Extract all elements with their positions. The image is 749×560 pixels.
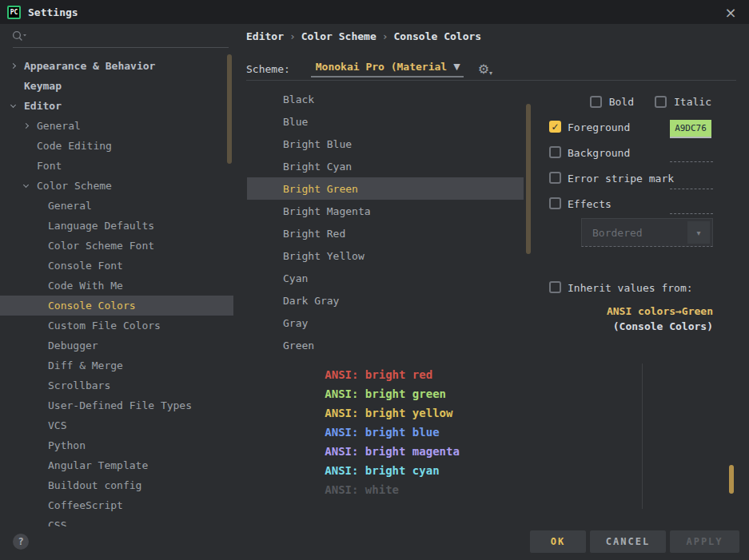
color-list-item[interactable]: Dark Gray [247,289,524,312]
tree-item[interactable]: Color Scheme Font [0,236,233,256]
close-icon[interactable]: × [720,2,741,22]
foreground-color-swatch[interactable]: A9DC76 [670,120,711,137]
content-scrollbar-thumb[interactable] [729,465,734,494]
settings-search-input[interactable] [32,26,216,44]
tree-item-label: General [48,200,92,212]
color-list-item-label: Bright Green [283,183,358,195]
tree-item[interactable]: Code Editing [0,136,233,156]
tree-item[interactable]: General [0,116,233,136]
tree-item[interactable]: Console Colors [0,296,233,316]
chevron-icon[interactable] [22,124,37,128]
background-label: Background [568,147,630,159]
font-style-row: Bold Italic [590,96,711,108]
tree-item[interactable]: CoffeeScript [0,495,233,515]
tree-item[interactable]: Editor [0,96,233,116]
effects-type-select[interactable]: Bordered ▾ [581,218,713,247]
chevron-down-icon: ▼ [453,62,460,72]
color-list-item[interactable]: Bright Green [247,177,524,200]
inherit-source-group: (Console Colors) [607,319,713,334]
cancel-button[interactable]: CANCEL [590,530,666,553]
tree-item[interactable]: VCS [0,415,233,435]
color-list-scrollbar-thumb[interactable] [526,104,531,254]
gear-icon[interactable]: ⚙▾ [478,62,492,77]
scheme-select[interactable]: Monokai Pro (Material ▼ [311,61,464,77]
tree-item-label: Scrollbars [48,379,110,391]
tree-item[interactable]: Debugger [0,336,233,355]
scheme-label: Scheme: [246,63,290,75]
color-list-item-label: Bright Blue [283,138,352,150]
color-list-item-label: Green [283,340,314,351]
color-list-item[interactable]: Gray [247,312,524,334]
color-list-item-label: Cyan [283,272,308,284]
effects-label: Effects [568,198,612,210]
color-list-item[interactable]: Bright Yellow [247,244,524,267]
tree-item[interactable]: Diff & Merge [0,355,233,375]
tree-item[interactable]: Code With Me [0,276,233,296]
background-checkbox[interactable] [549,146,561,158]
tree-item-label: Color Scheme Font [48,240,154,252]
main-panel: Editor›Color Scheme›Console Colors Schem… [233,24,749,560]
tree-item[interactable]: Font [0,156,233,176]
color-list-item-label: Black [283,93,314,105]
tree-item-label: VCS [48,419,66,431]
tree-item[interactable]: Console Font [0,256,233,276]
italic-checkbox[interactable] [655,96,667,108]
tree-item[interactable]: Angular Template [0,455,233,475]
error-stripe-color-field[interactable] [670,189,713,189]
error-stripe-checkbox[interactable] [549,172,561,184]
tree-item[interactable]: Scrollbars [0,375,233,395]
color-list-item[interactable]: Black [247,88,524,110]
inherit-source: ANSI colors→Green (Console Colors) [607,304,713,334]
chevron-icon[interactable] [10,105,24,107]
tree-item-label: Appearance & Behavior [24,60,155,72]
inherit-source-link[interactable]: ANSI colors→Green [607,304,713,319]
color-list-item-label: Bright Yellow [283,250,365,262]
sidebar-scrollbar-thumb[interactable] [227,54,232,164]
effects-color-field[interactable] [670,213,713,214]
tree-item-label: User-Defined File Types [48,399,192,411]
tree-item[interactable]: Python [0,435,233,455]
breadcrumb-color-scheme: Color Scheme [301,30,376,42]
color-list-item[interactable]: Bright Blue [247,133,524,155]
breadcrumb-console-colors: Console Colors [394,30,482,42]
tree-item[interactable]: Buildout config [0,475,233,495]
color-list-item[interactable]: Cyan [247,267,524,289]
tree-item-label: Debugger [48,340,98,351]
tree-item[interactable]: CSS [0,515,233,526]
tree-item[interactable]: General [0,196,233,216]
tree-item-label: Color Scheme [37,180,112,192]
color-list-item[interactable]: Blue [247,110,524,133]
inherit-checkbox[interactable] [549,281,561,293]
tree-item[interactable]: Language Defaults [0,216,233,236]
color-list-item[interactable]: Bright Magenta [247,200,524,222]
background-color-field[interactable] [670,161,713,162]
breadcrumb-separator-icon: › [382,30,388,42]
scheme-value: Monokai Pro (Material [316,61,447,73]
ok-button[interactable]: OK [530,530,586,553]
tree-item[interactable]: Appearance & Behavior [0,56,233,76]
chevron-icon[interactable] [10,64,24,68]
preview-line-text: ANSI: bright blue [325,426,439,439]
chevron-icon[interactable] [22,185,37,187]
help-icon[interactable]: ? [13,534,29,550]
chevron-down-icon: ▾ [687,221,710,244]
tree-item-label: Diff & Merge [48,359,123,371]
tree-item[interactable]: Custom File Colors [0,316,233,336]
tree-item[interactable]: Keymap [0,76,233,96]
effects-checkbox[interactable] [549,197,561,209]
apply-button[interactable]: APPLY [670,530,739,553]
ansi-color-list: Black Blue Bright Blue Bright Cyan Brigh… [247,88,524,356]
preview-line-text: ANSI: bright magenta [325,445,460,458]
color-list-item[interactable]: Green [247,334,524,356]
color-list-item-label: Bright Cyan [283,161,352,173]
color-list-item[interactable]: Bright Cyan [247,155,524,177]
color-list-item[interactable]: Bright Red [247,222,524,244]
bold-label: Bold [609,96,634,108]
effects-type-value: Bordered [582,227,687,239]
tree-item-label: Editor [24,100,62,112]
foreground-checkbox[interactable]: ✓ [549,121,561,133]
tree-item[interactable]: Color Scheme [0,176,233,196]
tree-item-label: Keymap [24,80,62,92]
tree-item[interactable]: User-Defined File Types [0,395,233,415]
bold-checkbox[interactable] [590,96,602,108]
